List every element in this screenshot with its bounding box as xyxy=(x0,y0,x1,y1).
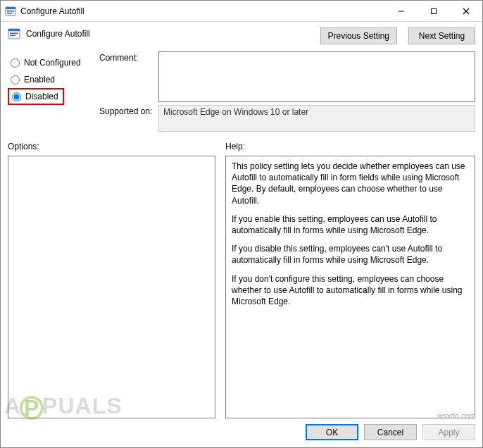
app-icon xyxy=(5,6,16,17)
next-setting-button[interactable]: Next Setting xyxy=(408,27,475,44)
svg-rect-9 xyxy=(8,29,20,31)
svg-rect-1 xyxy=(6,7,15,9)
previous-setting-button[interactable]: Previous Setting xyxy=(320,27,397,44)
radio-disabled[interactable]: Disabled xyxy=(8,88,64,105)
supported-on-box xyxy=(158,105,475,132)
help-panel: This policy setting lets you decide whet… xyxy=(225,156,475,418)
radio-enabled-input[interactable] xyxy=(11,75,20,85)
state-radio-group: Not Configured Enabled Disabled xyxy=(8,51,92,132)
supported-on-label: Supported on: xyxy=(99,105,154,116)
radio-not-configured[interactable]: Not Configured xyxy=(8,54,92,71)
radio-not-configured-label: Not Configured xyxy=(24,58,81,68)
radio-enabled-label: Enabled xyxy=(24,75,55,85)
policy-title: Configure Autofill xyxy=(26,27,90,39)
apply-button[interactable]: Apply xyxy=(422,424,475,440)
svg-rect-10 xyxy=(10,33,18,35)
radio-enabled[interactable]: Enabled xyxy=(8,71,92,88)
help-paragraph: If you disable this setting, employees c… xyxy=(232,243,469,266)
comment-label: Comment: xyxy=(99,51,154,63)
minimize-button[interactable] xyxy=(385,1,418,22)
ok-button[interactable]: OK xyxy=(306,424,358,440)
cancel-button[interactable]: Cancel xyxy=(364,424,417,440)
svg-rect-11 xyxy=(10,35,15,37)
help-paragraph: This policy setting lets you decide whet… xyxy=(232,161,469,206)
radio-disabled-label: Disabled xyxy=(25,92,58,101)
policy-icon xyxy=(8,27,20,40)
options-label: Options: xyxy=(8,142,215,151)
svg-rect-5 xyxy=(432,8,437,13)
svg-rect-2 xyxy=(7,11,14,12)
radio-not-configured-input[interactable] xyxy=(11,58,20,68)
close-button[interactable] xyxy=(450,1,482,22)
comment-textarea[interactable] xyxy=(158,51,475,102)
svg-rect-3 xyxy=(7,13,12,14)
window-title: Configure Autofill xyxy=(20,6,84,16)
help-paragraph: If you enable this setting, employees ca… xyxy=(232,213,469,236)
radio-disabled-input[interactable] xyxy=(12,92,21,101)
titlebar: Configure Autofill xyxy=(1,1,482,22)
policy-dialog: Configure Autofill Configure Autofill xyxy=(0,0,483,448)
help-label: Help: xyxy=(225,142,475,151)
help-paragraph: If you don't configure this setting, emp… xyxy=(232,273,469,308)
options-panel xyxy=(8,156,215,418)
maximize-button[interactable] xyxy=(418,1,450,22)
